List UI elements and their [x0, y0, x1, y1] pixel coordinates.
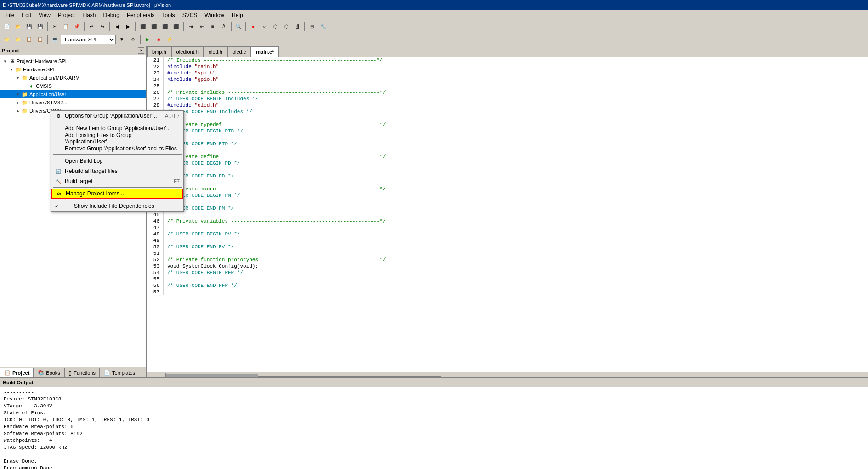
prj3-btn[interactable]: 📋 [24, 34, 34, 45]
ctx-build-log-label: Open Build Log [65, 158, 103, 164]
new-file-btn[interactable]: 📄 [2, 22, 12, 32]
find-btn[interactable]: 🔍 [233, 22, 244, 32]
sep4 [135, 22, 136, 31]
cfg-btn[interactable]: 🗄 [292, 22, 302, 32]
menu-edit[interactable]: Edit [18, 11, 35, 19]
code-scrollbar[interactable] [147, 372, 868, 377]
line-content [164, 224, 167, 231]
editor-tab-oledc[interactable]: oled.c [227, 46, 251, 57]
paste-btn[interactable]: 📌 [72, 22, 82, 32]
tree-item-project-root[interactable]: ▼ 🖥 Project: Hardware SPI [0, 57, 146, 65]
code-line: 35 [147, 147, 868, 154]
menu-svcs[interactable]: SVCS [179, 11, 201, 19]
ctx-manage-icon: 🗂 [56, 190, 63, 197]
menu-help[interactable]: Help [228, 11, 247, 19]
menu-window[interactable]: Window [201, 11, 228, 19]
line-content: #include "spi.h" [164, 70, 216, 76]
prj-btn[interactable]: 📁 [2, 34, 12, 45]
menu-view[interactable]: View [35, 11, 54, 19]
ctx-rebuild-all[interactable]: 🔄 Rebuild all target files [51, 166, 183, 176]
nav-back-btn[interactable]: ◀ [112, 22, 122, 32]
tree-item-app-mdkarm[interactable]: ▼ 📁 Application/MDK-ARM [0, 74, 146, 82]
debug-btn[interactable]: ⬡ [270, 22, 280, 32]
tab-project[interactable]: 📋 Project [0, 368, 34, 377]
tab-books[interactable]: 📚 Books [34, 368, 64, 377]
comment-btn[interactable]: // [219, 22, 229, 32]
editor-tab-bmph[interactable]: bmp.h [147, 46, 171, 57]
code-line: 25 [147, 83, 868, 89]
settings-btn[interactable]: 🔧 [318, 22, 328, 32]
target-combo[interactable]: Hardware SPI [61, 35, 116, 44]
ctx-add-existing[interactable]: Add Existing Files to Group 'Application… [51, 133, 183, 143]
line-number: 25 [147, 83, 164, 89]
conf-btn[interactable]: ⚙ [128, 34, 138, 45]
ctx-options-group[interactable]: ⚙ Options for Group 'Application/User'..… [51, 111, 183, 121]
format-btn[interactable]: ≡ [208, 22, 218, 32]
bp1-btn[interactable]: ⬛ [138, 22, 148, 32]
save-btn[interactable]: 💾 [24, 22, 34, 32]
editor-tab-oledfont[interactable]: oledfont.h [171, 46, 204, 57]
code-line: 29/* USER CODE END Includes */ [147, 109, 868, 115]
ctx-rebuild-label: Rebuild all target files [65, 168, 118, 174]
menu-tools[interactable]: Tools [159, 11, 179, 19]
menu-file[interactable]: File [2, 11, 18, 19]
build2-btn[interactable]: ▶ [142, 34, 153, 45]
ctx-build-target[interactable]: 🔨 Build target F7 [51, 176, 183, 186]
tab-functions[interactable]: {} Functions [64, 368, 100, 377]
ctx-show-deps[interactable]: ✓ Show Include File Dependencies [51, 201, 183, 211]
code-line: 41/* Private macro ---------------------… [147, 186, 868, 192]
code-editor[interactable]: 21/* Includes --------------------------… [147, 57, 868, 372]
nav-fwd-btn[interactable]: ▶ [123, 22, 133, 32]
tab-templates[interactable]: 📄 Templates [100, 368, 139, 377]
sep8 [304, 22, 305, 31]
redo-btn[interactable]: ↪ [97, 22, 108, 32]
ctx-manage-project[interactable]: 🗂 Manage Project Items... [51, 189, 183, 199]
indent-btn[interactable]: ⇥ [186, 22, 196, 32]
build-output-panel: Build Output ----------Device: STM32F103… [0, 377, 868, 469]
copy-btn[interactable]: 📋 [61, 22, 71, 32]
tree-item-cmsis[interactable]: ♦ CMSIS [0, 82, 146, 90]
prj2-btn[interactable]: 📁 [13, 34, 23, 45]
menu-project[interactable]: Project [54, 11, 79, 19]
tab-project-icon: 📋 [4, 370, 11, 376]
build-output-header: Build Output [0, 378, 868, 387]
stop-btn[interactable]: ○ [259, 22, 269, 32]
open-btn[interactable]: 📂 [13, 22, 23, 32]
tree-expander-drvcmsis: ▶ [15, 108, 21, 114]
grid-btn[interactable]: ⊞ [307, 22, 317, 32]
tree-item-hardware-spi[interactable]: ▼ 📁 Hardware SPI [0, 65, 146, 74]
line-content: /* Includes ----------------------------… [164, 57, 383, 63]
panel-close-btn[interactable]: × [138, 47, 144, 54]
tree-icon-stm32: 📁 [21, 99, 28, 106]
hw-btn[interactable]: 💻 [50, 34, 60, 45]
prj4-btn[interactable]: 📋 [35, 34, 45, 45]
build-output-content[interactable]: ----------Device: STM32F103C8VTarget = 3… [0, 387, 868, 469]
code-line: 56/* USER CODE END PFP */ [147, 282, 868, 289]
tree-item-app-user[interactable]: ▼ 📁 Application/User [0, 90, 146, 98]
line-content: /* USER CODE END PFP */ [164, 282, 237, 289]
unindent-btn[interactable]: ⇤ [197, 22, 207, 32]
menu-flash[interactable]: Flash [79, 11, 99, 19]
target-opt-btn[interactable]: ▼ [117, 34, 127, 45]
bp-clr-btn[interactable]: ⬡ [281, 22, 291, 32]
save-all-btn[interactable]: 💾 [35, 22, 45, 32]
bp4-btn[interactable]: ⬛ [171, 22, 181, 32]
editor-tab-mainc[interactable]: main.c* [251, 46, 279, 57]
stop2-btn[interactable]: ■ [153, 34, 164, 45]
bp3-btn[interactable]: ⬛ [160, 22, 170, 32]
build-line: JTAG speed: 12000 kHz [4, 444, 864, 451]
run-btn[interactable]: ● [248, 22, 258, 32]
flash2-btn[interactable]: ⚡ [165, 34, 175, 45]
undo-btn[interactable]: ↩ [86, 22, 96, 32]
menu-peripherals[interactable]: Peripherals [123, 11, 159, 19]
tree-item-drivers-stm32[interactable]: ▶ 📁 Drivers/STM32... [0, 98, 146, 107]
editor-tab-oledh[interactable]: oled.h [204, 46, 227, 57]
ctx-sep4 [53, 200, 182, 200]
bp2-btn[interactable]: ⬛ [149, 22, 159, 32]
ctx-open-build-log[interactable]: Open Build Log [51, 156, 183, 166]
menu-bar: File Edit View Project Flash Debug Perip… [0, 10, 868, 20]
ctx-options-label: Options for Group 'Application/User'... [65, 113, 157, 119]
menu-debug[interactable]: Debug [100, 11, 123, 19]
cut-btn[interactable]: ✂ [50, 22, 60, 32]
ctx-remove-group[interactable]: Remove Group 'Application/User' and its … [51, 143, 183, 154]
